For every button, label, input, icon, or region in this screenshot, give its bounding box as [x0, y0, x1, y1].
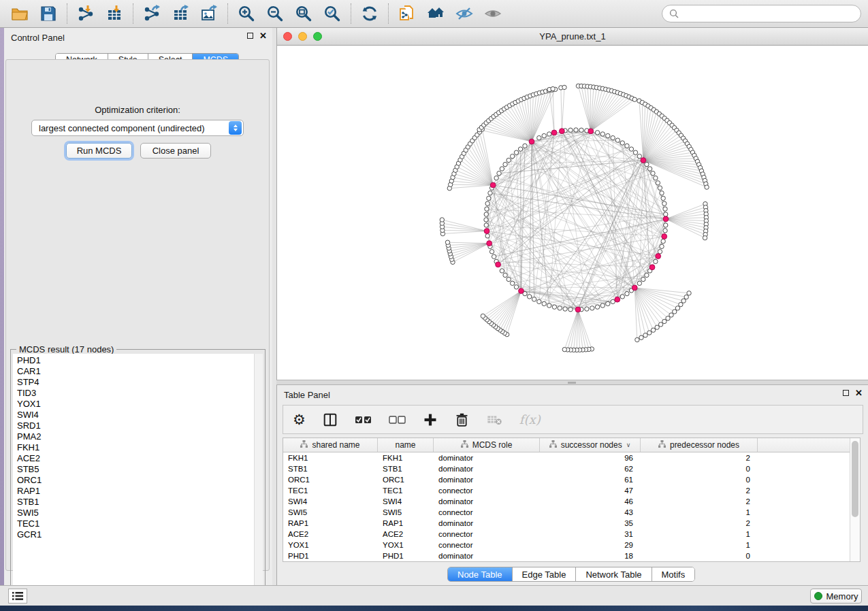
table-cell[interactable]: 35: [540, 518, 641, 529]
table-cell[interactable]: 0: [641, 463, 758, 474]
tab-network-table[interactable]: Network Table: [576, 567, 652, 581]
mcds-result-item[interactable]: SRD1: [17, 420, 254, 431]
export-image-icon[interactable]: [195, 2, 223, 25]
show-columns-icon[interactable]: [322, 410, 338, 430]
table-cell[interactable]: PHD1: [283, 550, 378, 561]
network-node[interactable]: [585, 307, 589, 311]
network-node[interactable]: [600, 132, 605, 136]
network-node[interactable]: [558, 306, 562, 310]
mcds-result-item[interactable]: GCR1: [17, 529, 254, 540]
divider-grip-icon[interactable]: [568, 382, 576, 384]
network-node[interactable]: [663, 207, 667, 211]
mcds-hub-node[interactable]: [649, 265, 655, 270]
mcds-result-item[interactable]: STB5: [17, 464, 254, 475]
network-node[interactable]: [488, 191, 492, 195]
mcds-result-item[interactable]: FKH1: [17, 442, 254, 453]
close-table-panel-icon[interactable]: ✕: [855, 390, 863, 396]
table-cell[interactable]: STB1: [283, 463, 378, 474]
export-table-icon[interactable]: [166, 2, 195, 25]
table-row[interactable]: PHD1PHD1dominator180: [283, 550, 860, 561]
network-node[interactable]: [675, 306, 679, 310]
table-scrollbar[interactable]: [850, 438, 860, 561]
network-node[interactable]: [500, 269, 504, 273]
table-row[interactable]: RAP1RAP1dominator352: [283, 518, 860, 529]
table-cell[interactable]: dominator: [434, 452, 540, 463]
network-node[interactable]: [503, 273, 507, 277]
mcds-result-list[interactable]: PHD1CAR1STP4TID3YOX1SWI4SRD1PMA2FKH1ACE2…: [13, 354, 254, 599]
panel-divider[interactable]: [276, 380, 868, 385]
network-node[interactable]: [615, 138, 620, 142]
open-icon[interactable]: [5, 2, 34, 25]
network-node[interactable]: [679, 302, 683, 306]
table-cell[interactable]: TEC1: [283, 485, 378, 496]
mcds-hub-node[interactable]: [663, 216, 669, 222]
mcds-result-item[interactable]: TEC1: [17, 518, 254, 529]
table-cell[interactable]: 2: [641, 452, 758, 463]
network-node[interactable]: [595, 305, 599, 309]
mcds-result-item[interactable]: TID3: [17, 388, 254, 399]
table-cell[interactable]: FKH1: [378, 452, 434, 463]
mcds-hub-node[interactable]: [641, 158, 646, 163]
network-node[interactable]: [673, 310, 677, 314]
table-cell[interactable]: YOX1: [378, 540, 434, 550]
table-cell[interactable]: ORC1: [378, 474, 434, 485]
network-node[interactable]: [647, 331, 652, 335]
mcds-result-item[interactable]: SWI5: [17, 508, 254, 518]
network-node[interactable]: [611, 135, 615, 139]
network-canvas[interactable]: [277, 46, 868, 380]
table-cell[interactable]: dominator: [434, 474, 540, 485]
table-cell[interactable]: dominator: [434, 550, 540, 561]
mcds-hub-node[interactable]: [496, 262, 501, 267]
network-node[interactable]: [547, 132, 551, 136]
mcds-result-item[interactable]: STB1: [17, 497, 254, 508]
network-node[interactable]: [528, 295, 532, 299]
memory-button[interactable]: Memory: [810, 589, 862, 604]
table-cell[interactable]: SWI4: [378, 496, 434, 507]
network-node[interactable]: [503, 162, 507, 166]
float-panel-icon[interactable]: [247, 33, 253, 39]
table-cell[interactable]: connector: [434, 540, 540, 550]
network-node[interactable]: [568, 308, 573, 312]
network-node[interactable]: [537, 299, 541, 303]
mcds-result-item[interactable]: PMA2: [17, 431, 254, 442]
mcds-result-item[interactable]: STP4: [17, 377, 254, 388]
network-node[interactable]: [563, 307, 567, 311]
network-node[interactable]: [625, 144, 629, 148]
table-cell[interactable]: 46: [540, 496, 641, 507]
network-node[interactable]: [639, 335, 643, 340]
network-node[interactable]: [660, 244, 664, 248]
network-node[interactable]: [651, 171, 655, 176]
network-node[interactable]: [514, 285, 518, 289]
table-cell[interactable]: ACE2: [283, 529, 378, 540]
import-table-icon[interactable]: [100, 2, 129, 25]
mcds-hub-node[interactable]: [632, 285, 637, 291]
table-row[interactable]: FKH1FKH1dominator962: [283, 452, 860, 463]
column-header-predecessor-nodes[interactable]: predecessor nodes: [641, 438, 758, 452]
network-node[interactable]: [658, 323, 662, 327]
network-node[interactable]: [481, 314, 485, 318]
network-node[interactable]: [510, 154, 514, 158]
network-node[interactable]: [485, 201, 489, 205]
zoom-out-icon[interactable]: [261, 2, 289, 25]
window-minimize-icon[interactable]: [298, 32, 307, 41]
table-scrollbar-thumb[interactable]: [852, 441, 858, 517]
network-node[interactable]: [637, 154, 641, 158]
table-cell[interactable]: connector: [434, 485, 540, 496]
mcds-hub-node[interactable]: [519, 288, 524, 294]
table-row[interactable]: SWI4SWI4dominator462: [283, 496, 860, 507]
column-header-name[interactable]: name: [378, 438, 434, 452]
table-row[interactable]: STB1STB1dominator620: [283, 463, 860, 474]
mcds-hub-node[interactable]: [559, 129, 564, 134]
network-node[interactable]: [687, 291, 691, 295]
network-node[interactable]: [562, 85, 566, 89]
table-cell[interactable]: 18: [540, 550, 641, 561]
export-network-icon[interactable]: [138, 2, 166, 25]
network-node[interactable]: [647, 167, 652, 171]
network-node[interactable]: [518, 147, 522, 151]
table-cell[interactable]: dominator: [434, 496, 540, 507]
refresh-icon[interactable]: [355, 2, 384, 25]
network-node[interactable]: [635, 337, 639, 342]
network-node[interactable]: [485, 207, 489, 211]
table-row[interactable]: SWI5SWI5connector431: [283, 507, 860, 518]
table-cell[interactable]: 0: [641, 474, 758, 485]
